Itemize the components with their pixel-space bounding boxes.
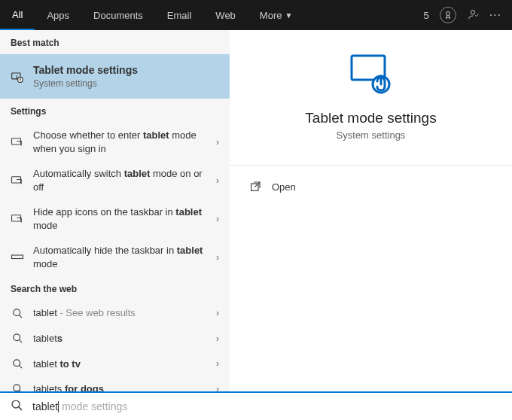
search-icon <box>11 399 23 415</box>
settings-result[interactable]: Hide app icons on the taskbar in tablet … <box>0 199 230 238</box>
result-label: tablets <box>33 332 207 345</box>
result-label: tablets for dogs <box>33 382 207 391</box>
open-action[interactable]: Open <box>230 178 512 196</box>
taskbar-icon <box>11 251 24 264</box>
chevron-right-icon: › <box>216 214 219 224</box>
search-icon <box>11 383 24 391</box>
web-result[interactable]: tablet to tv › <box>0 352 230 377</box>
tab-email[interactable]: Email <box>155 0 204 30</box>
svg-rect-7 <box>12 255 23 259</box>
feedback-icon[interactable] <box>467 8 479 23</box>
result-label: Automatically switch tablet mode on or o… <box>33 167 207 193</box>
result-label: Automatically hide the taskbar in tablet… <box>33 244 207 270</box>
web-result[interactable]: tablet - See web results › <box>0 300 230 326</box>
svg-point-16 <box>12 400 20 408</box>
chevron-right-icon: › <box>216 175 219 186</box>
settings-result[interactable]: Automatically switch tablet mode on or o… <box>0 161 230 199</box>
result-label: tablet to tv <box>33 358 207 371</box>
web-result[interactable]: tablets › <box>0 326 230 352</box>
section-settings: Settings <box>0 99 230 123</box>
tablet-icon <box>11 135 24 149</box>
open-label: Open <box>272 181 296 193</box>
tab-web[interactable]: Web <box>203 0 248 30</box>
tablet-settings-icon <box>11 68 24 85</box>
svg-point-0 <box>446 12 450 16</box>
best-match-title: Tablet mode settings <box>33 63 219 78</box>
chevron-right-icon: › <box>216 137 219 148</box>
best-match-result[interactable]: Tablet mode settings System settings <box>0 54 230 99</box>
best-match-sub: System settings <box>33 78 219 90</box>
search-icon <box>11 358 24 370</box>
result-label: Hide app icons on the taskbar in tablet … <box>33 205 207 232</box>
results-panel: Best match Tablet mode settings System s… <box>0 30 230 391</box>
svg-point-9 <box>13 334 20 341</box>
tab-more[interactable]: More▼ <box>248 0 305 30</box>
search-bar[interactable]: tablet mode settings <box>0 393 512 420</box>
detail-title: Tablet mode settings <box>305 110 436 126</box>
section-best-match: Best match <box>0 30 230 54</box>
section-web: Search the web <box>0 276 230 300</box>
open-icon <box>249 181 261 193</box>
svg-point-11 <box>13 385 20 391</box>
rewards-count[interactable]: 5 <box>423 10 428 21</box>
tablet-icon <box>11 212 24 226</box>
result-label: Choose whether to enter tablet mode when… <box>33 129 207 155</box>
settings-result[interactable]: Choose whether to enter tablet mode when… <box>0 123 230 161</box>
rewards-icon[interactable] <box>440 7 456 23</box>
svg-point-1 <box>471 10 474 14</box>
svg-point-10 <box>13 360 20 367</box>
chevron-right-icon: › <box>216 252 219 263</box>
tablet-icon <box>11 174 24 187</box>
tablet-mode-large-icon <box>347 51 395 98</box>
more-options-icon[interactable]: ··· <box>489 8 501 22</box>
search-icon <box>11 308 24 319</box>
search-icon <box>11 333 24 344</box>
tab-documents[interactable]: Documents <box>81 0 155 30</box>
tab-apps[interactable]: Apps <box>35 0 81 30</box>
settings-result[interactable]: Automatically hide the taskbar in tablet… <box>0 238 230 276</box>
chevron-right-icon: › <box>216 333 219 344</box>
detail-panel: Tablet mode settings System settings Ope… <box>230 30 512 391</box>
web-result[interactable]: tablets for dogs › <box>0 376 230 391</box>
chevron-right-icon: › <box>216 308 219 318</box>
chevron-right-icon: › <box>216 384 219 391</box>
tab-all[interactable]: All <box>0 0 35 30</box>
detail-sub: System settings <box>337 129 406 141</box>
search-filter-tabs: All Apps Documents Email Web More▼ 5 ··· <box>0 0 512 30</box>
result-label: tablet - See web results <box>33 306 207 320</box>
svg-point-8 <box>13 309 20 316</box>
search-input[interactable]: tablet mode settings <box>32 400 501 413</box>
chevron-right-icon: › <box>216 358 219 369</box>
